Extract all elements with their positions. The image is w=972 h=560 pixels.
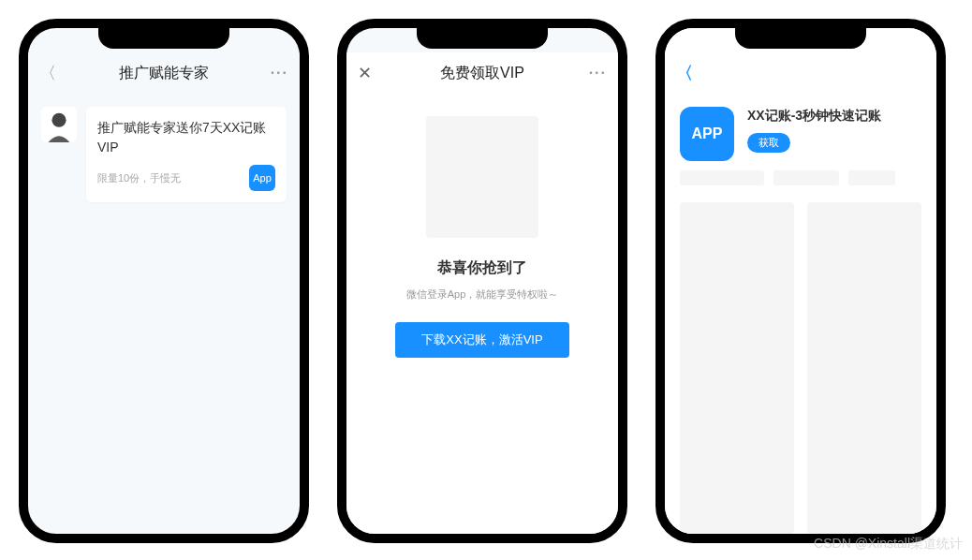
phone-3: 〈 APP XX记账-3秒钟快速记账 获取	[655, 19, 946, 543]
screenshot-row	[665, 185, 936, 534]
tab-placeholder[interactable]	[773, 170, 839, 185]
screen-1: 〈 推广赋能专家 ··· 推广赋能专家送你7天XX记账VIP 限量10份，手慢无…	[28, 28, 300, 534]
chevron-left-icon: 〈	[676, 62, 693, 84]
more-button[interactable]: ···	[589, 65, 607, 81]
card-footer: 限量10份，手慢无 App	[97, 165, 275, 191]
success-title: 恭喜你抢到了	[437, 258, 527, 278]
notch	[735, 28, 866, 49]
notch	[417, 28, 548, 49]
screenshot-placeholder[interactable]	[807, 202, 921, 534]
phone-2: ✕ 免费领取VIP ··· 恭喜你抢到了 微信登录App，就能享受特权啦～ 下载…	[337, 19, 627, 543]
chevron-left-icon: 〈	[39, 62, 56, 84]
nav-title: 推广赋能专家	[119, 64, 209, 83]
close-button[interactable]: ✕	[358, 63, 388, 83]
app-name: XX记账-3秒钟快速记账	[747, 107, 921, 124]
tab-row	[665, 170, 936, 185]
tab-placeholder[interactable]	[848, 170, 895, 185]
avatar[interactable]	[41, 107, 77, 142]
image-placeholder	[426, 116, 538, 238]
nav-title: 免费领取VIP	[440, 64, 524, 83]
content: 恭喜你抢到了 微信登录App，就能享受特权啦～ 下载XX记账，激活VIP	[346, 94, 618, 534]
screen-2: ✕ 免费领取VIP ··· 恭喜你抢到了 微信登录App，就能享受特权啦～ 下载…	[346, 28, 618, 534]
share-card[interactable]: 推广赋能专家送你7天XX记账VIP 限量10份，手慢无 App	[86, 107, 287, 202]
nav-bar: 〈	[665, 52, 936, 94]
close-icon: ✕	[358, 63, 372, 83]
notch	[98, 28, 229, 49]
get-button[interactable]: 获取	[747, 133, 790, 153]
card-subtitle: 限量10份，手慢无	[97, 171, 181, 185]
success-subtitle: 微信登录App，就能享受特权啦～	[406, 287, 559, 302]
download-button[interactable]: 下载XX记账，激活VIP	[395, 322, 568, 358]
app-header: APP XX记账-3秒钟快速记账 获取	[665, 94, 936, 170]
screen-3: 〈 APP XX记账-3秒钟快速记账 获取	[665, 28, 936, 534]
screenshot-placeholder[interactable]	[680, 202, 794, 534]
app-meta: XX记账-3秒钟快速记账 获取	[747, 107, 921, 161]
card-title: 推广赋能专家送你7天XX记账VIP	[97, 118, 275, 157]
chat-message: 推广赋能专家送你7天XX记账VIP 限量10份，手慢无 App	[28, 94, 300, 215]
more-button[interactable]: ···	[271, 65, 288, 81]
tab-placeholder[interactable]	[680, 170, 764, 185]
nav-bar: ✕ 免费领取VIP ···	[346, 52, 618, 94]
phone-1: 〈 推广赋能专家 ··· 推广赋能专家送你7天XX记账VIP 限量10份，手慢无…	[19, 19, 309, 543]
back-button[interactable]: 〈	[676, 62, 706, 84]
svg-point-1	[52, 113, 66, 127]
back-button[interactable]: 〈	[39, 62, 69, 84]
app-badge: App	[249, 165, 275, 191]
app-icon[interactable]: APP	[680, 107, 734, 161]
nav-bar: 〈 推广赋能专家 ···	[28, 52, 300, 94]
